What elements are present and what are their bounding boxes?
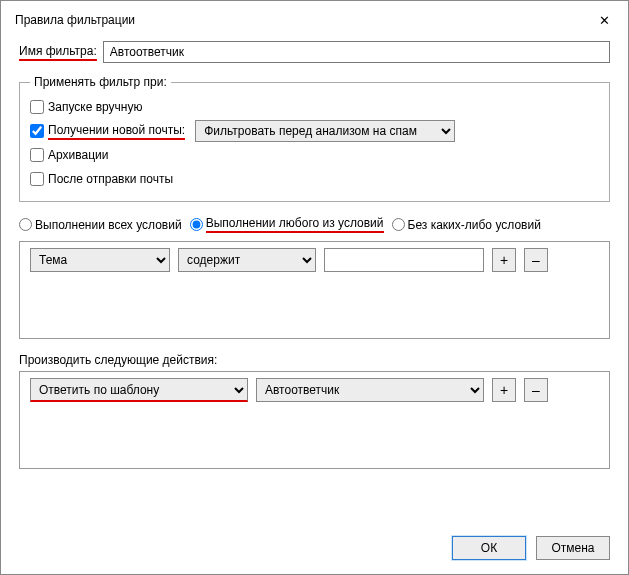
action-add-button[interactable]: + (492, 378, 516, 402)
condition-field-select[interactable]: Тема (30, 248, 170, 272)
apply-archive-label: Архивации (48, 148, 108, 162)
apply-manual-label: Запуске вручную (48, 100, 142, 114)
condition-add-button[interactable]: + (492, 248, 516, 272)
action-type-select[interactable]: Ответить по шаблону (30, 378, 248, 402)
window-title: Правила фильтрации (15, 13, 135, 27)
apply-aftersend-label: После отправки почты (48, 172, 173, 186)
close-icon[interactable]: ✕ (592, 8, 616, 32)
filter-name-label: Имя фильтра: (19, 44, 97, 61)
apply-group-legend: Применять фильтр при: (30, 75, 171, 89)
apply-receive-mode-select[interactable]: Фильтровать перед анализом на спам (195, 120, 455, 142)
ok-button[interactable]: ОК (452, 536, 526, 560)
match-any-label: Выполнении любого из условий (206, 216, 384, 233)
match-none-radio[interactable] (392, 218, 405, 231)
actions-section-label: Производить следующие действия: (19, 353, 610, 367)
condition-remove-button[interactable]: – (524, 248, 548, 272)
filter-name-input[interactable] (103, 41, 610, 63)
apply-receive-checkbox[interactable] (30, 124, 44, 138)
match-all-label: Выполнении всех условий (35, 218, 182, 232)
action-param-select[interactable]: Автоответчик (256, 378, 484, 402)
condition-value-input[interactable] (324, 248, 484, 272)
actions-box: Ответить по шаблону Автоответчик + – (19, 371, 610, 469)
apply-manual-checkbox[interactable] (30, 100, 44, 114)
apply-group: Применять фильтр при: Запуске вручную По… (19, 75, 610, 202)
cancel-button[interactable]: Отмена (536, 536, 610, 560)
match-all-radio[interactable] (19, 218, 32, 231)
match-none-label: Без каких-либо условий (408, 218, 541, 232)
apply-receive-label: Получении новой почты: (48, 123, 185, 140)
action-remove-button[interactable]: – (524, 378, 548, 402)
match-any-radio[interactable] (190, 218, 203, 231)
apply-aftersend-checkbox[interactable] (30, 172, 44, 186)
condition-op-select[interactable]: содержит (178, 248, 316, 272)
apply-archive-checkbox[interactable] (30, 148, 44, 162)
conditions-box: Тема содержит + – (19, 241, 610, 339)
